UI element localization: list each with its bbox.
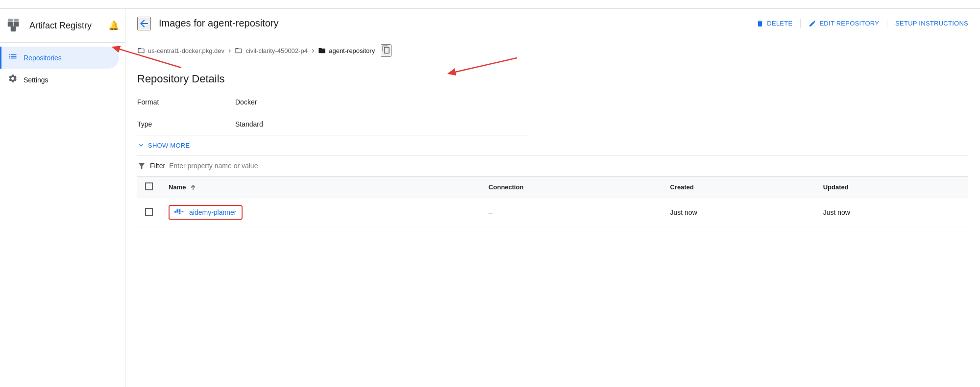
svg-rect-0 bbox=[8, 22, 13, 26]
setup-label: SETUP INSTRUCTIONS bbox=[895, 20, 968, 27]
list-icon bbox=[8, 52, 18, 64]
filter-bar: Filter bbox=[137, 155, 968, 177]
show-more-label: SHOW MORE bbox=[148, 142, 190, 149]
image-name-cell: aidemy-planner bbox=[161, 198, 481, 227]
name-column-header[interactable]: Name bbox=[161, 177, 481, 198]
delete-label: DELETE bbox=[767, 20, 792, 27]
content-header: Images for agent-repository DELETE EDIT … bbox=[125, 9, 980, 38]
show-more-button[interactable]: SHOW MORE bbox=[137, 135, 968, 155]
updated-cell: Just now bbox=[815, 198, 968, 227]
main-content: Images for agent-repository DELETE EDIT … bbox=[125, 9, 980, 387]
detail-row-format: Format Docker bbox=[137, 91, 529, 113]
svg-rect-5 bbox=[174, 211, 176, 212]
sidebar: Artifact Registry 🔔 Repositories Settin bbox=[0, 9, 125, 387]
row-checkbox[interactable] bbox=[145, 208, 153, 216]
docker-icon bbox=[174, 208, 185, 217]
data-table: Name Connection Created Updated bbox=[137, 177, 968, 227]
breadcrumb-project[interactable]: civil-clarity-450002-p4 bbox=[235, 47, 307, 54]
content-area: Repository Details Format Docker Type St… bbox=[125, 63, 980, 387]
filter-icon bbox=[137, 161, 146, 170]
select-all-header[interactable] bbox=[137, 177, 161, 198]
created-column-header: Created bbox=[662, 177, 815, 198]
created-cell: Just now bbox=[662, 198, 815, 227]
image-highlight-box: aidemy-planner bbox=[169, 205, 243, 220]
breadcrumb-project-label: civil-clarity-450002-p4 bbox=[245, 47, 307, 54]
sidebar-nav: Repositories Settings bbox=[0, 43, 125, 95]
format-value: Docker bbox=[235, 91, 529, 113]
select-all-checkbox[interactable] bbox=[145, 182, 153, 190]
svg-rect-3 bbox=[8, 19, 13, 21]
edit-repository-button[interactable]: EDIT REPOSITORY bbox=[808, 20, 879, 27]
filter-label: Filter bbox=[150, 162, 165, 170]
filter-input[interactable] bbox=[169, 162, 968, 170]
breadcrumb-sep-1: › bbox=[228, 46, 231, 55]
table-row: aidemy-planner – Just now Just now bbox=[137, 198, 968, 227]
settings-icon bbox=[8, 74, 18, 86]
page-title: Images for agent-repository bbox=[159, 18, 748, 29]
copy-button[interactable] bbox=[381, 44, 392, 57]
settings-label: Settings bbox=[24, 76, 49, 84]
table-header-row: Name Connection Created Updated bbox=[137, 177, 968, 198]
header-divider-2 bbox=[887, 19, 887, 28]
svg-rect-8 bbox=[176, 209, 178, 211]
format-key: Format bbox=[137, 91, 235, 113]
header-divider-1 bbox=[800, 19, 801, 28]
details-table: Format Docker Type Standard bbox=[137, 91, 529, 135]
breadcrumb-sep-2: › bbox=[312, 46, 314, 55]
svg-rect-7 bbox=[179, 211, 181, 212]
app-title: Artifact Registry bbox=[29, 21, 102, 31]
edit-label: EDIT REPOSITORY bbox=[819, 20, 879, 27]
connection-cell: – bbox=[481, 198, 662, 227]
breadcrumb-repo-label: agent-repository bbox=[329, 47, 375, 54]
breadcrumb: us-central1-docker.pkg.dev › civil-clari… bbox=[125, 38, 980, 63]
row-checkbox-cell[interactable] bbox=[137, 198, 161, 227]
updated-column-header: Updated bbox=[815, 177, 968, 198]
back-button[interactable] bbox=[137, 17, 151, 30]
section-title: Repository Details bbox=[137, 63, 968, 91]
sidebar-item-settings[interactable]: Settings bbox=[0, 69, 119, 91]
notification-bell-icon[interactable]: 🔔 bbox=[108, 20, 119, 31]
breadcrumb-current: agent-repository bbox=[318, 47, 375, 54]
svg-point-11 bbox=[182, 212, 182, 213]
type-value: Standard bbox=[235, 113, 529, 135]
breadcrumb-registry-label: us-central1-docker.pkg.dev bbox=[148, 47, 224, 54]
svg-rect-9 bbox=[179, 209, 181, 211]
detail-row-type: Type Standard bbox=[137, 113, 529, 135]
delete-button[interactable]: DELETE bbox=[756, 20, 792, 27]
setup-instructions-button[interactable]: SETUP INSTRUCTIONS bbox=[895, 20, 968, 27]
svg-rect-10 bbox=[179, 213, 181, 214]
sidebar-item-repositories[interactable]: Repositories bbox=[0, 47, 119, 69]
connection-column-header: Connection bbox=[481, 177, 662, 198]
breadcrumb-registry[interactable]: us-central1-docker.pkg.dev bbox=[137, 47, 224, 54]
svg-rect-4 bbox=[14, 19, 19, 21]
svg-rect-2 bbox=[11, 26, 16, 31]
type-key: Type bbox=[137, 113, 235, 135]
app-logo bbox=[6, 17, 24, 34]
svg-rect-1 bbox=[14, 22, 19, 26]
image-link[interactable]: aidemy-planner bbox=[189, 208, 237, 216]
sidebar-header: Artifact Registry 🔔 bbox=[0, 9, 125, 43]
svg-rect-6 bbox=[176, 211, 178, 212]
repositories-label: Repositories bbox=[24, 54, 62, 62]
